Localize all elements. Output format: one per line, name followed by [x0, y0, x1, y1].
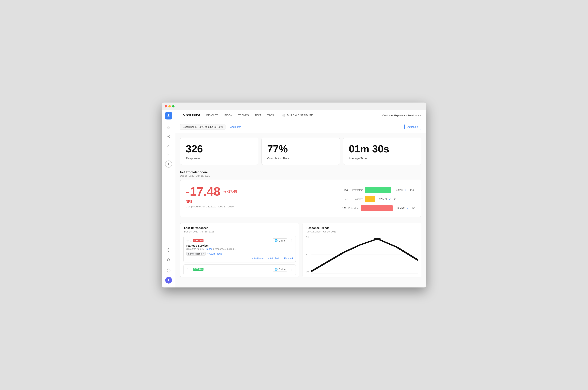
date-range-filter[interactable]: December 18, 2020 to June 30, 2021: [180, 124, 226, 130]
tag-remove-icon[interactable]: ×: [202, 252, 204, 255]
tab-inbox[interactable]: INBOX: [222, 110, 235, 121]
responses-card-header: Last 10 responses Dec 18, 2020 - Jun 15,…: [180, 223, 299, 234]
y-label-250: 250: [306, 236, 309, 238]
tab-build-label: BUILD & DISTRIBUTE: [287, 114, 313, 117]
tab-tags[interactable]: TAGS: [265, 110, 276, 121]
nps-badge-1: NPS 1.00: [193, 239, 203, 242]
nps-right: 114 Promoters 34.97% ↗ +114 41: [341, 185, 416, 211]
promoters-stats: 34.97% ↗ +114: [395, 189, 414, 192]
trends-title: Response Trends: [306, 226, 417, 230]
promoters-count: 114: [341, 189, 348, 192]
nav-right: Customer Experience Feedback ▾: [382, 114, 421, 117]
chart-peak-dot: [374, 238, 381, 240]
response-top-2: ☆ ℹ NPS 9.00: [186, 267, 293, 272]
promoters-label: Promoters: [350, 189, 363, 192]
app-window: Z +: [162, 102, 426, 288]
tab-build[interactable]: BUILD & DISTRIBUTE: [279, 110, 315, 121]
chart-area: 250 200 150: [302, 234, 421, 277]
nps-change: -17.48: [223, 190, 237, 193]
metric-card-completion: 77% Completion Rate: [261, 138, 340, 165]
user-avatar[interactable]: T: [165, 277, 172, 284]
more-options-icon-2[interactable]: ⋮: [290, 267, 293, 271]
nps-badge-label-2: NPS: [194, 268, 198, 270]
notifications-icon[interactable]: [165, 256, 173, 264]
more-options-icon[interactable]: ⋮: [290, 239, 293, 243]
metric-card-avgtime: 01m 30s Average Time: [343, 138, 421, 165]
survey-name: Customer Experience Feedback: [382, 114, 419, 117]
star-icon-2[interactable]: ☆: [186, 268, 189, 271]
tab-insights[interactable]: INSIGHTS: [204, 110, 221, 121]
filter-bar: December 18, 2020 to June 30, 2021 + Add…: [175, 121, 426, 133]
tab-tags-label: TAGS: [267, 114, 274, 117]
add-button[interactable]: +: [165, 160, 172, 168]
logo[interactable]: Z: [165, 112, 172, 119]
channel-badge-1: 🌐 Online: [273, 238, 287, 243]
responses-card: Last 10 responses Dec 18, 2020 - Jun 15,…: [180, 223, 299, 277]
response-actions-1: + Add Note | + Add Task | Forward: [186, 257, 293, 260]
forward-link[interactable]: Forward: [284, 257, 293, 260]
nps-bar-detractors: 171 Detractors 52.45% ↗ +171: [341, 205, 416, 211]
channel-badge-2: 🌐 Online: [273, 267, 287, 272]
trend-chart-svg: [311, 236, 418, 273]
help-icon[interactable]: [165, 246, 173, 254]
close-button[interactable]: [165, 105, 167, 107]
nps-date-range: Dec 18, 2020 - Jun 15, 2021: [180, 175, 421, 177]
trends-card: Response Trends Dec 18, 2020 - Jun 15, 2…: [302, 223, 421, 277]
nps-section-title: Net Promoter Score: [180, 170, 421, 174]
promoters-trend-icon: ↗: [405, 189, 407, 192]
main-content: SNAPSHOT INSIGHTS INBOX TRENDS TEXT: [175, 110, 426, 288]
sidebar-item-tasks[interactable]: [165, 151, 173, 158]
passives-label: Passives: [350, 198, 363, 200]
tag-chip: Service Issue ×: [186, 252, 206, 255]
detractors-pct: 52.45%: [396, 207, 405, 210]
settings-icon[interactable]: [165, 267, 173, 274]
globe-icon: 🌐: [275, 239, 278, 242]
survey-selector[interactable]: Customer Experience Feedback ▾: [382, 114, 421, 117]
nps-badge-score: 1.00: [199, 240, 202, 242]
star-icon[interactable]: ☆: [186, 239, 189, 242]
assign-tags-link[interactable]: + Assign Tags: [207, 252, 222, 255]
add-task-link[interactable]: + Add Task: [268, 257, 280, 260]
date-range-text: December 18, 2020 to June 30, 2021: [183, 126, 223, 128]
tab-text[interactable]: TEXT: [252, 110, 264, 121]
chart-y-labels: 250 200 150: [306, 236, 309, 273]
sidebar-item-feedback[interactable]: [165, 133, 173, 140]
grid-line-bot: [311, 273, 418, 274]
responses-label: Responses: [186, 156, 253, 160]
info-icon[interactable]: ℹ: [191, 239, 192, 242]
info-icon-2[interactable]: ℹ: [191, 268, 192, 271]
bottom-row: Last 10 responses Dec 18, 2020 - Jun 15,…: [180, 223, 421, 277]
detractors-trend-icon: ↗: [407, 207, 409, 210]
actions-chevron-icon: ▾: [417, 125, 418, 128]
svg-rect-0: [167, 126, 168, 127]
response-list: ☆ ℹ NPS 1.00: [180, 236, 299, 275]
response-title-1: Pathetic Service!: [186, 244, 293, 247]
response-item-2: ☆ ℹ NPS 9.00: [183, 264, 296, 275]
detractors-bar: [361, 205, 392, 211]
metrics-row: 326 Responses 77% Completion Rate 01m 30…: [180, 138, 421, 165]
tab-snapshot[interactable]: SNAPSHOT: [180, 110, 203, 121]
add-filter-button[interactable]: + Add Filter: [228, 126, 241, 128]
response-author-1[interactable]: Brenda: [205, 248, 213, 250]
tab-inbox-label: INBOX: [224, 114, 232, 117]
tab-snapshot-label: SNAPSHOT: [186, 114, 200, 117]
response-tags-1: Service Issue × + Assign Tags: [186, 252, 293, 255]
nps-badge-score-2: 9.00: [199, 268, 202, 270]
nps-change-value: -17.48: [227, 190, 237, 193]
sidebar-bottom: T: [165, 246, 173, 286]
sidebar-item-contacts[interactable]: [165, 142, 173, 149]
nps-badge-2: NPS 9.00: [193, 268, 203, 271]
y-label-200: 200: [306, 253, 309, 256]
svg-rect-2: [167, 128, 168, 129]
maximize-button[interactable]: [172, 105, 175, 107]
title-bar: [162, 102, 426, 110]
promoters-change: +114: [408, 189, 414, 192]
tab-trends[interactable]: TRENDS: [236, 110, 251, 121]
sidebar-item-grid[interactable]: [165, 123, 173, 131]
minimize-button[interactable]: [168, 105, 171, 107]
svg-rect-3: [169, 128, 170, 129]
nps-card: -17.48 -17.48 NPS Compared to Jun 22, 20…: [180, 180, 421, 217]
actions-button[interactable]: Actions ▾: [404, 124, 421, 130]
add-note-link[interactable]: + Add Note: [252, 257, 263, 260]
avgtime-label: Average Time: [349, 156, 416, 160]
